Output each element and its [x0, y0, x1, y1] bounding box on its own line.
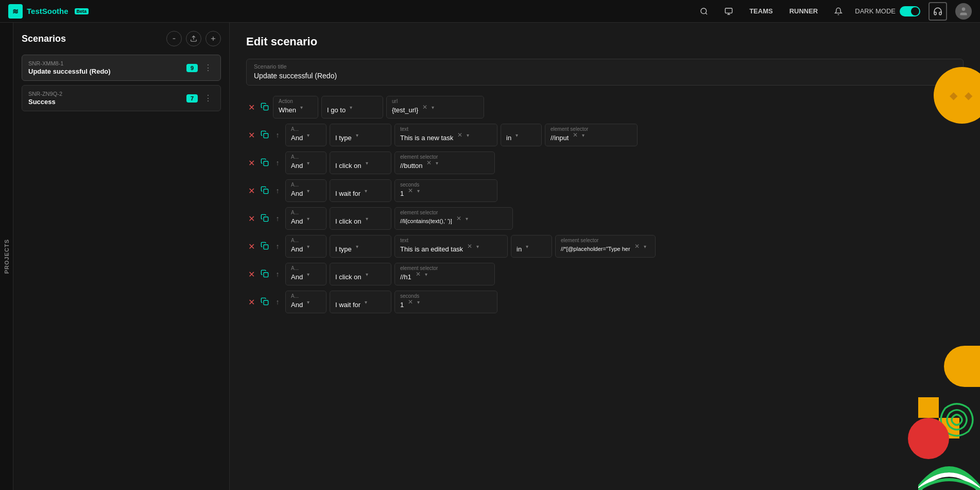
step-url-field-0[interactable]: url {test_url} ✕ ▾ — [386, 96, 484, 119]
step-action-dropdown-2[interactable]: ▾ — [307, 160, 310, 166]
step-copy-0[interactable] — [260, 103, 270, 112]
step-verb-dropdown-4[interactable]: ▾ — [366, 216, 368, 222]
bell-button[interactable] — [830, 3, 847, 20]
step-selector-dropdown-2[interactable]: ▾ — [436, 160, 438, 166]
step-text-clear-1[interactable]: ✕ — [457, 131, 462, 139]
step-verb-dropdown-5[interactable]: ▾ — [356, 244, 358, 249]
step-verb-dropdown-7[interactable]: ▾ — [365, 299, 367, 305]
step-action-dropdown-1[interactable]: ▾ — [307, 132, 310, 138]
step-in-field-1[interactable]: in ▾ — [501, 124, 542, 146]
step-up-2[interactable]: ↑ — [273, 159, 282, 167]
projects-strip[interactable]: PROJECTS — [0, 23, 13, 490]
step-selector-field-5[interactable]: element selector //*[@placeholder="Type … — [555, 235, 656, 258]
step-delete-7[interactable]: ✕ — [246, 297, 256, 307]
step-selector-clear-6[interactable]: ✕ — [416, 271, 421, 278]
step-seconds-field-7[interactable]: seconds 1 ✕ ▾ — [394, 291, 497, 313]
step-verb-dropdown-1[interactable]: ▾ — [356, 132, 358, 138]
step-up-4[interactable]: ↑ — [273, 214, 282, 223]
step-text-dropdown-5[interactable]: ▾ — [476, 244, 479, 249]
user-avatar[interactable] — [955, 3, 972, 20]
step-verb-field-7[interactable]: I wait for ▾ — [330, 291, 391, 313]
step-seconds-dropdown-7[interactable]: ▾ — [417, 299, 420, 305]
step-delete-4[interactable]: ✕ — [246, 214, 256, 224]
scenarios-upload-button[interactable] — [186, 31, 201, 46]
step-copy-5[interactable] — [260, 242, 270, 251]
step-selector-clear-5[interactable]: ✕ — [634, 243, 640, 250]
step-seconds-clear-3[interactable]: ✕ — [408, 187, 413, 194]
scenario-item-0[interactable]: SNR-XMM8-1 Update successful (Redo) 9 ⋮ — [22, 55, 221, 81]
step-selector-field-2[interactable]: element selector //button ✕ ▾ — [394, 151, 495, 174]
step-text-dropdown-1[interactable]: ▾ — [467, 132, 469, 138]
step-action-dropdown-7[interactable]: ▾ — [307, 299, 310, 305]
scenarios-add-button[interactable] — [205, 31, 221, 46]
step-verb-field-5[interactable]: I type ▾ — [330, 235, 391, 258]
step-up-1[interactable]: ↑ — [273, 131, 282, 139]
scenario-more-0[interactable]: ⋮ — [202, 62, 214, 74]
step-selector-clear-1[interactable]: ✕ — [573, 131, 578, 139]
step-text-field-5[interactable]: text This is an edited task ✕ ▾ — [394, 235, 508, 258]
step-in-dropdown-1[interactable]: ▾ — [515, 132, 518, 138]
step-action-dropdown-4[interactable]: ▾ — [307, 216, 310, 222]
step-up-6[interactable]: ↑ — [273, 270, 282, 278]
step-up-5[interactable]: ↑ — [273, 242, 282, 250]
step-verb-dropdown-2[interactable]: ▾ — [366, 160, 368, 166]
step-verb-field-0[interactable]: I go to ▾ — [321, 96, 383, 119]
teams-nav[interactable]: TEAMS — [745, 7, 777, 15]
step-text-clear-5[interactable]: ✕ — [467, 243, 472, 250]
step-selector-dropdown-1[interactable]: ▾ — [582, 132, 584, 138]
step-selector-dropdown-5[interactable]: ▾ — [644, 244, 646, 249]
step-action-field-1[interactable]: A... And ▾ — [285, 124, 326, 146]
scenarios-collapse-button[interactable] — [166, 31, 182, 46]
step-delete-3[interactable]: ✕ — [246, 186, 256, 196]
monitor-button[interactable] — [720, 3, 737, 20]
step-action-dropdown-5[interactable]: ▾ — [307, 244, 310, 249]
step-verb-dropdown-6[interactable]: ▾ — [366, 272, 368, 277]
step-action-field-7[interactable]: A... And ▾ — [285, 291, 326, 313]
step-delete-0[interactable]: ✕ — [246, 103, 256, 112]
step-verb-field-2[interactable]: I click on ▾ — [330, 151, 391, 174]
step-action-field-3[interactable]: A... And ▾ — [285, 179, 326, 202]
step-in-dropdown-5[interactable]: ▾ — [526, 244, 528, 249]
step-verb-dropdown-0[interactable]: ▾ — [350, 105, 352, 110]
step-action-field-6[interactable]: A... And ▾ — [285, 263, 326, 285]
scenario-more-1[interactable]: ⋮ — [202, 92, 214, 104]
step-action-dropdown-0[interactable]: ▾ — [300, 105, 303, 110]
step-action-field-2[interactable]: A... And ▾ — [285, 151, 326, 174]
step-selector-clear-2[interactable]: ✕ — [426, 159, 432, 166]
step-up-3[interactable]: ↑ — [273, 187, 282, 195]
step-url-clear-0[interactable]: ✕ — [422, 104, 427, 111]
step-seconds-field-3[interactable]: seconds 1 ✕ ▾ — [394, 179, 497, 202]
search-button[interactable] — [696, 3, 712, 20]
step-copy-6[interactable] — [260, 269, 270, 279]
step-verb-field-1[interactable]: I type ▾ — [330, 124, 391, 146]
step-action-dropdown-6[interactable]: ▾ — [307, 272, 310, 277]
step-selector-field-1[interactable]: element selector //input ✕ ▾ — [545, 124, 638, 146]
scenario-item-1[interactable]: SNR-ZN9Q-2 Success 7 ⋮ — [22, 85, 221, 111]
step-action-field-4[interactable]: A... And ▾ — [285, 207, 326, 230]
step-selector-clear-4[interactable]: ✕ — [456, 215, 461, 222]
step-verb-field-6[interactable]: I click on ▾ — [330, 263, 391, 285]
step-in-field-5[interactable]: in ▾ — [511, 235, 552, 258]
dark-mode-switch[interactable] — [900, 6, 920, 16]
runner-nav[interactable]: RUNNER — [785, 7, 822, 15]
step-copy-4[interactable] — [260, 214, 270, 224]
step-action-field-0[interactable]: Action When ▾ — [273, 96, 318, 119]
step-selector-field-6[interactable]: element selector //h1 ✕ ▾ — [394, 263, 495, 285]
step-text-field-1[interactable]: text This is a new task ✕ ▾ — [394, 124, 497, 146]
step-verb-field-4[interactable]: I click on ▾ — [330, 207, 391, 230]
step-selector-dropdown-4[interactable]: ▾ — [466, 216, 468, 222]
step-copy-2[interactable] — [260, 158, 270, 168]
step-delete-2[interactable]: ✕ — [246, 158, 256, 168]
step-action-field-5[interactable]: A... And ▾ — [285, 235, 326, 258]
app-logo[interactable]: ≋ TestSoothe Beta — [8, 4, 89, 19]
step-copy-1[interactable] — [260, 130, 270, 140]
step-delete-5[interactable]: ✕ — [246, 242, 256, 251]
scenario-title-input[interactable] — [254, 72, 956, 80]
step-url-dropdown-0[interactable]: ▾ — [432, 105, 434, 110]
step-copy-7[interactable] — [260, 297, 270, 307]
step-verb-dropdown-3[interactable]: ▾ — [365, 188, 367, 194]
dark-mode-toggle[interactable]: DARK MODE — [855, 6, 920, 16]
step-seconds-clear-7[interactable]: ✕ — [408, 298, 413, 306]
step-up-7[interactable]: ↑ — [273, 298, 282, 306]
step-selector-field-4[interactable]: element selector //li[contains(text(),' … — [394, 207, 513, 230]
